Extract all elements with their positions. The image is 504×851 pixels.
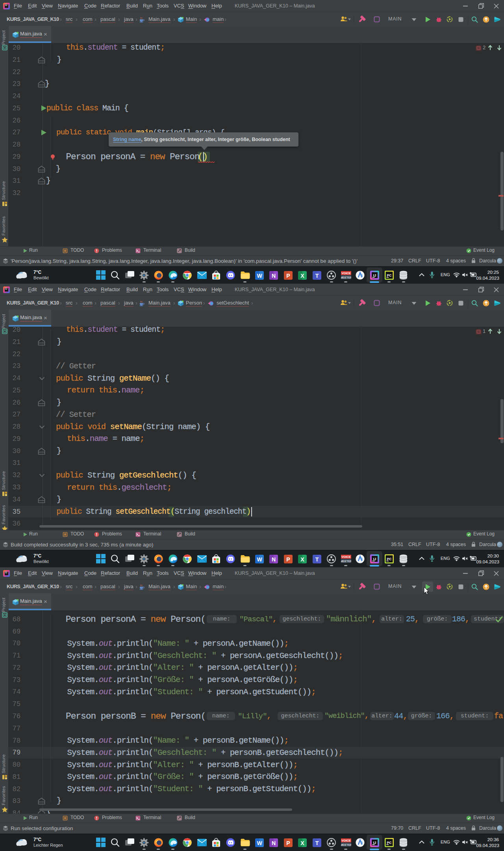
svg-text:VOICE: VOICE bbox=[341, 271, 350, 275]
svg-text:IJ: IJ bbox=[373, 273, 376, 277]
svg-text:PC: PC bbox=[387, 841, 391, 845]
svg-text:W: W bbox=[257, 556, 262, 562]
svg-text:X: X bbox=[301, 556, 305, 562]
svg-text:N: N bbox=[272, 840, 276, 846]
svg-text:VOICE: VOICE bbox=[341, 555, 350, 559]
svg-text:VOICE: VOICE bbox=[341, 839, 350, 842]
svg-text:IJ: IJ bbox=[373, 841, 376, 845]
svg-text:W: W bbox=[257, 272, 262, 279]
svg-text:PC: PC bbox=[387, 557, 391, 561]
svg-text:IJ: IJ bbox=[373, 557, 376, 561]
svg-text:T: T bbox=[315, 840, 319, 846]
svg-text:T: T bbox=[315, 272, 319, 279]
svg-text:P: P bbox=[286, 556, 290, 562]
svg-text:N: N bbox=[272, 556, 276, 562]
svg-text:P: P bbox=[286, 272, 290, 279]
svg-text:T: T bbox=[315, 556, 319, 562]
svg-text:W: W bbox=[257, 840, 262, 846]
svg-text:X: X bbox=[301, 272, 305, 279]
svg-text:MEETER: MEETER bbox=[341, 276, 351, 279]
svg-text:MEETER: MEETER bbox=[341, 559, 351, 563]
svg-text:N: N bbox=[272, 272, 276, 279]
svg-text:X: X bbox=[301, 840, 305, 846]
svg-text:MEETER: MEETER bbox=[341, 843, 351, 847]
svg-text:P: P bbox=[286, 840, 290, 846]
svg-text:PC: PC bbox=[387, 273, 391, 277]
